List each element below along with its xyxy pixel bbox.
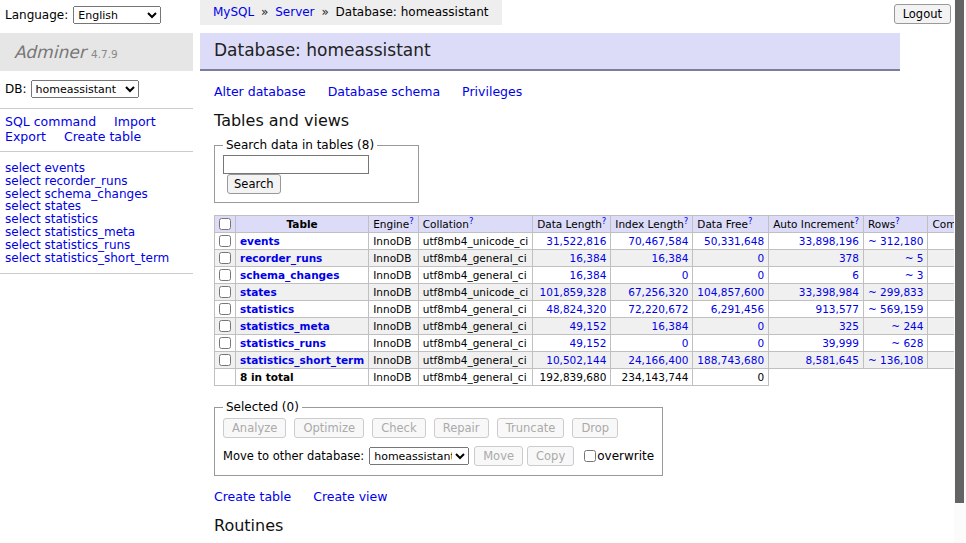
search-button[interactable]: Search <box>227 174 281 194</box>
data-free-link[interactable]: 188,743,680 <box>697 354 764 366</box>
select-all-checkbox[interactable] <box>219 218 231 230</box>
help-link[interactable]: ? <box>895 216 900 226</box>
row-checkbox[interactable] <box>219 303 231 315</box>
data-free-link[interactable]: 0 <box>757 337 764 349</box>
data-free-link[interactable]: 50,331,648 <box>704 235 764 247</box>
breadcrumb-server-link[interactable]: Server <box>275 5 314 19</box>
import-link[interactable]: Import <box>114 114 156 129</box>
data-free-link[interactable]: 0 <box>757 269 764 281</box>
auto-increment-link[interactable]: 325 <box>839 320 859 332</box>
table-name-link[interactable]: statistics_short_term <box>240 354 364 366</box>
row-checkbox[interactable] <box>219 337 231 349</box>
index-length-link[interactable]: 0 <box>682 337 689 349</box>
row-checkbox[interactable] <box>219 354 231 366</box>
scrollbar-thumb[interactable] <box>955 0 964 503</box>
sidebar-select-statistics-short-term[interactable]: select statistics_short_term <box>5 252 188 265</box>
data-length-link[interactable]: 49,152 <box>570 337 607 349</box>
rows-count-link[interactable]: ~ 628 <box>891 337 923 349</box>
data-length-link[interactable]: 49,152 <box>570 320 607 332</box>
rows-count-link[interactable]: ~ 312,180 <box>868 235 924 247</box>
sidebar-select-statistics-runs[interactable]: select statistics_runs <box>5 239 188 252</box>
index-length-link[interactable]: 16,384 <box>652 252 689 264</box>
move-database-select[interactable]: homeassistant <box>369 447 469 465</box>
table-row: statistics_short_term InnoDB utf8mb4_gen… <box>215 352 966 369</box>
auto-increment-link[interactable]: 8,581,645 <box>805 354 858 366</box>
privileges-link[interactable]: Privileges <box>462 84 522 99</box>
db-selector: DB:homeassistant <box>5 80 193 98</box>
auto-increment-link[interactable]: 6 <box>852 269 859 281</box>
table-name-link[interactable]: statistics_meta <box>240 320 330 332</box>
help-link[interactable]: ? <box>684 216 689 226</box>
index-length-link[interactable]: 70,467,584 <box>628 235 688 247</box>
table-name-link[interactable]: events <box>240 235 280 247</box>
data-length-link[interactable]: 16,384 <box>570 269 607 281</box>
auto-increment-link[interactable]: 33,898,196 <box>799 235 859 247</box>
alter-database-link[interactable]: Alter database <box>214 84 306 99</box>
rows-count-link[interactable]: ~ 569,159 <box>868 303 924 315</box>
logout-button[interactable]: Logout <box>894 4 951 24</box>
collation-cell: utf8mb4_general_ci <box>418 301 532 318</box>
index-length-link[interactable]: 67,256,320 <box>628 286 688 298</box>
overwrite-checkbox[interactable] <box>584 450 596 462</box>
rows-count-link[interactable]: ~ 299,833 <box>868 286 924 298</box>
help-link[interactable]: ? <box>602 216 607 226</box>
create-table-link[interactable]: Create table <box>214 489 291 504</box>
rows-count-link[interactable]: ~ 244 <box>891 320 923 332</box>
total-collation-cell: utf8mb4_general_ci <box>418 369 532 386</box>
data-free-link[interactable]: 0 <box>757 320 764 332</box>
table-name-link[interactable]: schema_changes <box>240 269 340 281</box>
index-length-link[interactable]: 0 <box>682 269 689 281</box>
sidebar-select-recorder-runs[interactable]: select recorder_runs <box>5 175 188 188</box>
index-length-link[interactable]: 16,384 <box>652 320 689 332</box>
language-select[interactable]: English <box>73 6 161 24</box>
auto-increment-link[interactable]: 378 <box>839 252 859 264</box>
data-length-link[interactable]: 101,859,328 <box>540 286 607 298</box>
language-label: Language: <box>5 8 68 22</box>
col-header-data-free: Data Free? <box>693 216 769 233</box>
data-length-link[interactable]: 10,502,144 <box>546 354 606 366</box>
index-length-link[interactable]: 72,220,672 <box>628 303 688 315</box>
col-header-rows: Rows? <box>863 216 928 233</box>
help-link[interactable]: ? <box>748 216 753 226</box>
tables-and-views-title: Tables and views <box>214 111 900 130</box>
database-schema-link[interactable]: Database schema <box>328 84 440 99</box>
rows-count-link[interactable]: ~ 5 <box>905 252 924 264</box>
db-label: DB: <box>5 82 27 96</box>
export-link[interactable]: Export <box>5 129 46 144</box>
data-length-link[interactable]: 48,824,320 <box>546 303 606 315</box>
row-checkbox[interactable] <box>219 286 231 298</box>
auto-increment-link[interactable]: 39,999 <box>822 337 859 349</box>
db-select[interactable]: homeassistant <box>31 80 139 98</box>
auto-increment-link[interactable]: 913,577 <box>816 303 859 315</box>
index-length-link[interactable]: 24,166,400 <box>628 354 688 366</box>
auto-increment-link[interactable]: 33,398,984 <box>799 286 859 298</box>
repair-button: Repair <box>434 418 489 438</box>
help-link[interactable]: ? <box>409 216 414 226</box>
sql-command-link[interactable]: SQL command <box>5 114 96 129</box>
rows-count-link[interactable]: ~ 3 <box>905 269 924 281</box>
row-checkbox[interactable] <box>219 320 231 332</box>
create-view-link[interactable]: Create view <box>313 489 387 504</box>
search-input[interactable] <box>223 155 369 174</box>
data-free-link[interactable]: 6,291,456 <box>711 303 764 315</box>
sidebar-select-events[interactable]: select events <box>5 162 188 175</box>
row-checkbox[interactable] <box>219 235 231 247</box>
help-link[interactable]: ? <box>854 216 859 226</box>
table-name-link[interactable]: states <box>240 286 277 298</box>
row-checkbox[interactable] <box>219 269 231 281</box>
create-table-link[interactable]: Create table <box>64 129 141 144</box>
breadcrumb-mysql-link[interactable]: MySQL <box>213 5 254 19</box>
sidebar-select-statistics-meta[interactable]: select statistics_meta <box>5 226 188 239</box>
data-free-link[interactable]: 104,857,600 <box>697 286 764 298</box>
table-name-link[interactable]: statistics_runs <box>240 337 326 349</box>
move-row: Move to other database: homeassistant Mo… <box>223 446 654 466</box>
data-length-link[interactable]: 31,522,816 <box>546 235 606 247</box>
data-length-link[interactable]: 16,384 <box>570 252 607 264</box>
rows-count-link[interactable]: ~ 136,108 <box>868 354 924 366</box>
table-name-link[interactable]: statistics <box>240 303 294 315</box>
collation-cell: utf8mb4_general_ci <box>418 335 532 352</box>
row-checkbox[interactable] <box>219 252 231 264</box>
help-link[interactable]: ? <box>469 216 474 226</box>
table-name-link[interactable]: recorder_runs <box>240 252 322 264</box>
data-free-link[interactable]: 0 <box>757 252 764 264</box>
